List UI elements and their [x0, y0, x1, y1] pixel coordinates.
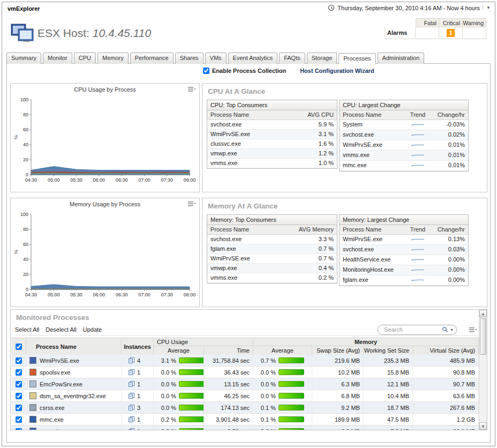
- column-header-swap-size[interactable]: Swap Size (Avg): [312, 346, 364, 355]
- column-header-process-name[interactable]: Process Name: [340, 110, 405, 120]
- column-header-process-name[interactable]: Process Name: [207, 225, 295, 234]
- tab-memory[interactable]: Memory: [97, 53, 129, 64]
- table-row[interactable]: vmwp.exe1.2 %: [207, 149, 337, 159]
- memory-usage-chart[interactable]: 020406080100%04:3005:0005:3006:0006:3007…: [13, 210, 197, 302]
- row-checkbox[interactable]: [16, 357, 22, 364]
- table-row[interactable]: mmc.exe10.2 %3,901.48 sec0.1 %189.9 MB47…: [11, 414, 479, 425]
- table-row[interactable]: svchost.exe3.3 %: [207, 235, 337, 244]
- table-row[interactable]: clussvc.exe1.6 %: [207, 139, 337, 149]
- tab-processes[interactable]: Processes: [338, 53, 375, 64]
- instances-cell[interactable]: 1: [122, 378, 154, 390]
- column-header-process-name[interactable]: Process Name: [340, 225, 405, 234]
- tab-performance[interactable]: Performance: [130, 53, 174, 64]
- instances-cell[interactable]: 4: [122, 355, 154, 366]
- tab-faqts[interactable]: FAQts: [279, 53, 305, 64]
- scroll-up-button[interactable]: ▲: [479, 310, 487, 317]
- column-header-trend[interactable]: Trend: [405, 225, 431, 234]
- column-header-process-name[interactable]: Process Name: [207, 110, 295, 120]
- table-row[interactable]: vmwp.exe0.4 %: [207, 264, 337, 273]
- enable-process-collection-control[interactable]: Enable Process Collection: [203, 68, 286, 74]
- select-all-checkbox[interactable]: [16, 344, 22, 350]
- time-range-caret-icon[interactable]: ▼: [483, 5, 491, 10]
- column-header-memory-average[interactable]: Average: [253, 346, 312, 355]
- critical-count-badge[interactable]: 1: [447, 29, 455, 37]
- table-row[interactable]: svchost.exe5.9 %: [207, 120, 337, 130]
- column-header-process-name[interactable]: Process Name: [26, 338, 122, 355]
- row-checkbox[interactable]: [16, 381, 22, 387]
- table-row[interactable]: mmc.exe0.01%: [340, 161, 468, 171]
- table-row[interactable]: WmiPrvSE.exe43.1 %31,758.84 sec0.7 %219.…: [11, 355, 479, 367]
- vertical-scrollbar[interactable]: ▲ ▼: [479, 310, 487, 430]
- table-row[interactable]: dsm_sa_eventmgr32.exe10.0 %46.25 sec0.0 …: [11, 390, 479, 402]
- host-configuration-wizard-link[interactable]: Host Configuration Wizard: [300, 68, 374, 74]
- instances-cell[interactable]: 1: [122, 390, 154, 401]
- table-row[interactable]: csrss.exe30.0 %174.13 sec0.1 %9.2 MB18.7…: [11, 402, 479, 414]
- process-name-cell[interactable]: EmcPowSrv.exe: [26, 378, 122, 390]
- time-range-selector[interactable]: Thursday, September 30, 2010 4:16 AM - N…: [328, 4, 491, 11]
- table-row[interactable]: wuauclt.exe10.0 %0.70 sec0.0 %2.9 MB7.2 …: [11, 425, 479, 430]
- table-row[interactable]: vmms.exe1.0 %: [207, 159, 337, 168]
- table-row[interactable]: spoolsv.exe10.0 %36.43 sec0.0 %10.2 MB15…: [11, 367, 479, 378]
- column-group-cpu-usage[interactable]: CPU Usage: [154, 338, 253, 346]
- column-header-avg-memory[interactable]: AVG Memory: [295, 225, 337, 234]
- table-row[interactable]: WmiPrvSE.exe0.7 %: [207, 254, 337, 264]
- table-row[interactable]: fglam.exe0.7 %: [207, 244, 337, 254]
- alarms-warning-value[interactable]: [463, 27, 486, 39]
- process-name-cell[interactable]: csrss.exe: [26, 402, 122, 413]
- tab-storage[interactable]: Storage: [307, 53, 337, 64]
- column-header-virtual-size[interactable]: Virtual Size (Avg): [413, 346, 479, 355]
- column-group-memory[interactable]: Memory: [253, 338, 479, 346]
- process-name-cell[interactable]: WmiPrvSE.exe: [26, 355, 122, 366]
- tab-monitor[interactable]: Monitor: [43, 53, 72, 64]
- enable-process-collection-checkbox[interactable]: [203, 68, 209, 74]
- instances-cell[interactable]: 1: [122, 425, 154, 430]
- search-icon[interactable]: [442, 326, 448, 333]
- tab-administration[interactable]: Administration: [378, 53, 425, 64]
- tab-shares[interactable]: Shares: [175, 53, 204, 64]
- tab-summary[interactable]: Summary: [6, 53, 41, 64]
- table-row[interactable]: fglam.exe0.00%: [340, 275, 468, 286]
- process-name-cell[interactable]: dsm_sa_eventmgr32.exe: [26, 390, 122, 401]
- table-row[interactable]: System-0.03%: [340, 120, 468, 130]
- chart-customizer-icon[interactable]: [187, 201, 196, 207]
- column-header-cpu-average[interactable]: Average: [154, 346, 204, 355]
- process-name-cell[interactable]: spoolsv.exe: [26, 367, 122, 378]
- table-row[interactable]: HealthService.exe0.00%: [340, 255, 468, 265]
- tab-cpu[interactable]: CPU: [74, 53, 96, 64]
- column-header-change-hr[interactable]: Change/hr: [431, 110, 468, 120]
- tab-vms[interactable]: VMs: [205, 53, 227, 64]
- row-checkbox[interactable]: [16, 405, 22, 411]
- alarms-critical-value[interactable]: 1: [439, 27, 463, 39]
- scrollbar-thumb[interactable]: [480, 318, 486, 355]
- tab-event-analytics[interactable]: Event Analytics: [228, 53, 278, 64]
- select-all-link[interactable]: Select All: [15, 326, 39, 333]
- table-row[interactable]: EmcPowSrv.exe10.0 %13.15 sec0.0 %6.3 MB1…: [11, 378, 479, 390]
- search-box[interactable]: ▼: [378, 325, 457, 335]
- table-row[interactable]: WmiPrvSE.exe0.13%: [340, 235, 468, 245]
- column-header-instances[interactable]: Instances: [122, 338, 154, 355]
- instances-cell[interactable]: 3: [122, 402, 154, 413]
- row-checkbox[interactable]: [16, 428, 22, 430]
- table-row[interactable]: svchost.exe0.02%: [340, 130, 468, 140]
- alarms-fatal-value[interactable]: [416, 27, 439, 39]
- update-link[interactable]: Update: [83, 326, 102, 333]
- table-customizer-icon[interactable]: [469, 327, 477, 333]
- process-name-cell[interactable]: wuauclt.exe: [26, 425, 122, 430]
- search-input[interactable]: [383, 326, 440, 333]
- table-row[interactable]: WmiPrvSE.exe3.1 %: [207, 130, 337, 139]
- instances-cell[interactable]: 1: [122, 367, 154, 378]
- deselect-all-link[interactable]: Deselect All: [46, 326, 76, 333]
- table-row[interactable]: MonitoringHost.exe0.00%: [340, 265, 468, 275]
- chart-customizer-icon[interactable]: [187, 86, 196, 92]
- cpu-usage-chart[interactable]: 020406080100%04:3005:0005:3006:0006:3007…: [13, 95, 197, 188]
- column-header-working-set[interactable]: Working Set Size: [364, 346, 413, 355]
- column-header-trend[interactable]: Trend: [405, 110, 431, 120]
- process-name-cell[interactable]: mmc.exe: [26, 414, 122, 425]
- row-checkbox[interactable]: [16, 393, 22, 399]
- column-header-change-hr[interactable]: Change/hr: [431, 225, 468, 234]
- scroll-down-button[interactable]: ▼: [479, 422, 487, 430]
- search-options-caret-icon[interactable]: ▼: [450, 328, 454, 332]
- table-row[interactable]: WmiPrvSE.exe0.01%: [340, 140, 468, 151]
- column-header-time[interactable]: Time: [204, 346, 253, 355]
- table-row[interactable]: vmms.exe0.2 %: [207, 273, 337, 283]
